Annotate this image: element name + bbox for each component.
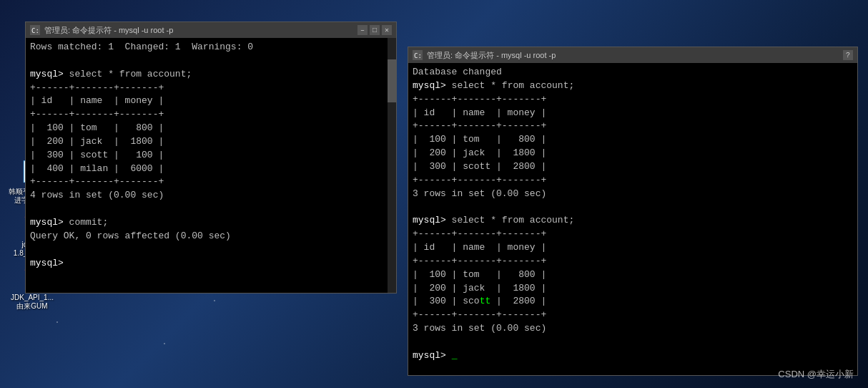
title-bar-1-text: 管理员: 命令提示符 - mysql -u root -p xyxy=(44,25,353,36)
terminal-window-2[interactable]: C:\ 管理员: 命令提示符 - mysql -u root -p ? Data… xyxy=(408,47,858,376)
icon-jdk-api2-label: JDK_API_1...由来GUM xyxy=(11,294,54,311)
title-bar-controls-1: – □ ✕ xyxy=(357,25,392,35)
svg-text:C:\: C:\ xyxy=(31,27,39,34)
cmd-icon-2: C:\ xyxy=(413,50,423,60)
watermark: CSDN @幸运小新 xyxy=(778,368,854,381)
terminal-content-2: Database changed mysql> select * from ac… xyxy=(413,66,853,363)
desktop: 📄 韩顺平 备序 新进字Java... ❓ jdk api1.8_googl..… xyxy=(0,0,868,388)
scrollbar-1[interactable] xyxy=(388,38,396,293)
title-bar-2-text: 管理员: 命令提示符 - mysql -u root -p xyxy=(427,50,839,61)
maximize-button-1[interactable]: □ xyxy=(370,25,380,35)
cmd-icon: C:\ xyxy=(30,25,40,35)
title-bar-controls-2: ? xyxy=(843,50,853,60)
close-button-1[interactable]: ✕ xyxy=(382,25,392,35)
terminal-content-1: Rows matched: 1 Changed: 1 Warnings: 0 m… xyxy=(30,41,392,270)
title-bar-1: C:\ 管理员: 命令提示符 - mysql -u root -p – □ ✕ xyxy=(26,22,396,38)
terminal-body-1[interactable]: Rows matched: 1 Changed: 1 Warnings: 0 m… xyxy=(26,38,396,293)
terminal-body-2[interactable]: Database changed mysql> select * from ac… xyxy=(408,63,857,375)
terminal-window-1[interactable]: C:\ 管理员: 命令提示符 - mysql -u root -p – □ ✕ … xyxy=(25,21,397,294)
minimize-button-1[interactable]: – xyxy=(357,25,368,35)
help-button-2[interactable]: ? xyxy=(843,50,853,60)
title-bar-2: C:\ 管理员: 命令提示符 - mysql -u root -p ? xyxy=(408,47,857,63)
scroll-thumb-1[interactable] xyxy=(388,59,396,102)
svg-text:C:\: C:\ xyxy=(414,52,422,59)
